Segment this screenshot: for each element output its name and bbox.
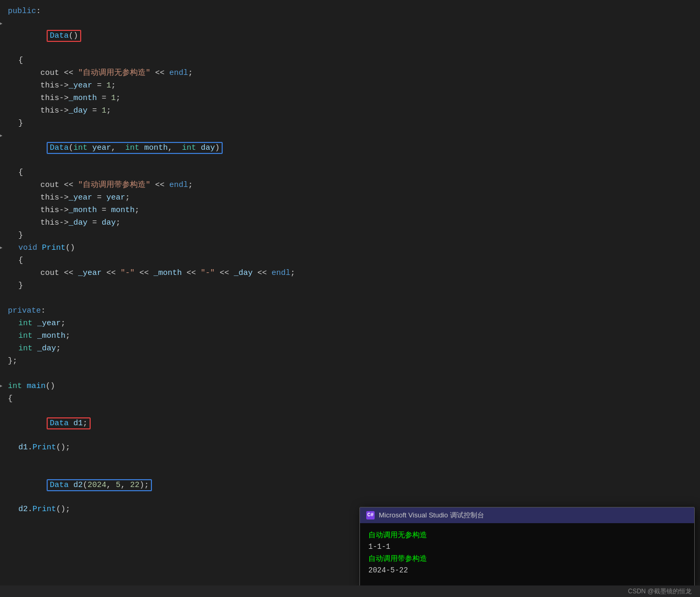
string-no-param: "自动调用无参构造" — [78, 69, 150, 78]
terminal-titlebar: C# Microsoft Visual Studio 调试控制台 — [360, 507, 694, 523]
line-close-brace-2: } — [0, 229, 700, 242]
bottom-bar: CSDN @截墨镜的恒龙 — [0, 585, 700, 597]
line-class-end: }; — [0, 355, 700, 368]
terminal-line-4: 2024-5-22 — [368, 565, 686, 576]
line-close-brace-3: } — [0, 280, 700, 292]
line-main-open-brace: { — [0, 393, 700, 405]
public-keyword: public — [8, 7, 36, 16]
line-private: private: — [0, 305, 700, 317]
line-data-d2: Data d2(2024, 5, 22); — [0, 467, 700, 503]
line-data-d1: Data d1; — [0, 405, 700, 442]
line-int-month: int _month; — [0, 330, 700, 342]
line-year-1: this->_year = 1; — [0, 80, 700, 92]
terminal-title: Microsoft Visual Studio 调试控制台 — [379, 511, 484, 520]
line-d1-print: d1.Print(); — [0, 441, 700, 454]
d2-highlight: Data d2(2024, 5, 22); — [47, 479, 152, 491]
line-blank-1 — [0, 292, 700, 305]
author-label: CSDN @截墨镜的恒龙 — [628, 587, 692, 596]
line-int-day: int _day; — [0, 342, 700, 355]
d1-highlight: Data d1; — [47, 417, 91, 429]
terminal-body: 自动调用无参构造 1-1-1 自动调用带参构造 2024-5-22 — [360, 523, 694, 586]
line-blank-3 — [0, 454, 700, 467]
line-public: public: — [0, 5, 700, 18]
terminal-line-1: 自动调用无参构造 — [368, 529, 686, 541]
line-blank-2 — [0, 368, 700, 380]
line-constructor-no-param: ▶ Data() — [0, 18, 700, 54]
line-main-func: ▶ int main() — [0, 380, 700, 393]
terminal-window: C# Microsoft Visual Studio 调试控制台 自动调用无参构… — [359, 507, 695, 587]
line-year-param: this->_year = year; — [0, 192, 700, 204]
constructor-param-highlight: Data(int year, int month, int day) — [47, 142, 223, 154]
line-day-1: this->_day = 1; — [0, 105, 700, 117]
line-day-param: this->_day = day; — [0, 217, 700, 229]
line-month-1: this->_month = 1; — [0, 92, 700, 105]
line-month-param: this->_month = month; — [0, 204, 700, 217]
line-cout-with-param: cout << "自动调用带参构造" << endl; — [0, 179, 700, 192]
line-open-brace-3: { — [0, 255, 700, 267]
line-cout-print: cout << _year << "-" << _month << "-" <<… — [0, 267, 700, 280]
terminal-line-3: 自动调用带参构造 — [368, 553, 686, 565]
line-constructor-with-param: ▶ Data(int year, int month, int day) — [0, 130, 700, 167]
line-void-print: ▶ void Print() — [0, 242, 700, 255]
data-fn-name: Data — [50, 31, 69, 40]
terminal-line-2: 1-1-1 — [368, 541, 686, 552]
line-open-brace-1: { — [0, 54, 700, 67]
line-int-year: int _year; — [0, 317, 700, 330]
line-close-brace-1: } — [0, 117, 700, 130]
code-editor: public: ▶ Data() { cout << "自动调用无参构造" <<… — [0, 0, 700, 521]
line-cout-no-param: cout << "自动调用无参构造" << endl; — [0, 67, 700, 80]
constructor-no-param-highlight: Data() — [47, 30, 81, 42]
line-open-brace-2: { — [0, 167, 700, 179]
vs-icon: C# — [366, 511, 375, 519]
